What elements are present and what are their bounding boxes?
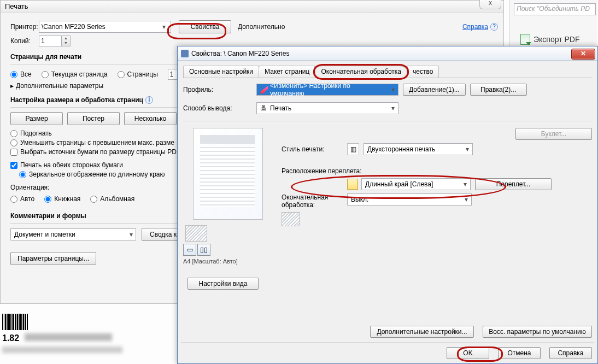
- properties-titlebar[interactable]: Свойства: \ Canon MF220 Series ✕: [178, 46, 597, 61]
- finishing-dropdown[interactable]: Выкл.: [347, 193, 472, 206]
- info-icon: i: [145, 96, 153, 104]
- pages-all-radio[interactable]: Все: [10, 71, 32, 78]
- orient-landscape-radio[interactable]: Альбомная: [90, 195, 134, 203]
- printer-select-value: \Canon MF220 Series: [42, 23, 105, 31]
- help-icon: ?: [490, 23, 498, 31]
- pencil-icon: [260, 86, 268, 93]
- printer-properties-dialog: Свойства: \ Canon MF220 Series ✕ Основны…: [177, 46, 598, 364]
- finishing-label: Окончательная обработка:: [282, 193, 347, 209]
- duplex-icon: ▥: [347, 143, 359, 155]
- booklet-button[interactable]: Буклет...: [515, 128, 592, 140]
- print-dialog-title: Печать: [1, 1, 503, 13]
- preview-caption: A4 [Масштаб: Авто]: [183, 258, 273, 265]
- properties-button[interactable]: Свойства: [179, 20, 231, 33]
- search-input[interactable]: Поиск "Объединить PD: [514, 3, 596, 15]
- close-button[interactable]: ✕: [571, 49, 595, 60]
- output-label: Способ вывода:: [183, 104, 256, 112]
- page-preview-icon: [193, 128, 263, 220]
- binding-dropdown[interactable]: Длинный край [Слева]: [361, 178, 471, 190]
- multiple-button[interactable]: Несколько: [124, 112, 177, 125]
- add-profile-button[interactable]: Добавление(1)...: [403, 84, 466, 96]
- profile-dropdown[interactable]: <Изменить> Настройки по умолчанию: [256, 84, 398, 96]
- properties-title-text: Свойства: \ Canon MF220 Series: [191, 50, 289, 57]
- size-button[interactable]: Размер: [10, 112, 63, 125]
- edit-profile-button[interactable]: Правка(2)...: [470, 84, 527, 96]
- output-stack-icon: [282, 212, 300, 226]
- profile-label: Профиль:: [183, 86, 256, 93]
- binding-label: Расположение переплета:: [282, 167, 592, 175]
- printer-select[interactable]: \Canon MF220 Series ▾: [39, 21, 171, 33]
- page-preview-panel: ▭ ▯▯ A4 [Масштаб: Авто]: [183, 128, 273, 265]
- page-stack-icon: [185, 225, 207, 242]
- print-style-dropdown[interactable]: Двухсторонняя печать: [364, 143, 473, 155]
- view-settings-button[interactable]: Настройки вида: [187, 278, 259, 290]
- ok-button[interactable]: OK: [447, 347, 489, 359]
- zoom-value: 1.82: [2, 333, 19, 343]
- printer-small-icon: 🖶: [260, 104, 267, 112]
- copies-spinner[interactable]: ▲▼: [62, 36, 71, 46]
- pages-current-radio[interactable]: Текущая страница: [42, 71, 108, 78]
- poster-button[interactable]: Постер: [67, 112, 120, 125]
- advanced-settings-button[interactable]: Дополнительные настройки...: [370, 326, 474, 338]
- tab-quality[interactable]: чество: [407, 66, 439, 78]
- restore-defaults-button[interactable]: Восс. параметры по умолчанию: [483, 326, 592, 338]
- tab-finishing[interactable]: Окончательная обработка: [315, 66, 407, 78]
- comments-dropdown[interactable]: Документ и пометки: [10, 228, 136, 240]
- binding-icon: [347, 179, 358, 190]
- orient-portrait-radio[interactable]: Книжная: [44, 195, 80, 203]
- orient-auto-radio[interactable]: Авто: [10, 195, 34, 203]
- help-button[interactable]: Справка: [549, 347, 592, 359]
- page-setup-button[interactable]: Параметры страницы...: [10, 252, 96, 265]
- tab-basic[interactable]: Основные настройки: [183, 66, 259, 78]
- output-dropdown[interactable]: 🖶 Печать: [256, 102, 398, 114]
- tab-layout[interactable]: Макет страниц: [259, 66, 315, 78]
- printer-label: Принтер:: [10, 23, 39, 31]
- print-dialog-close-button[interactable]: x: [479, 0, 501, 9]
- export-pdf-item[interactable]: Экспорт PDF: [520, 34, 580, 45]
- printer-icon: [181, 50, 189, 57]
- barcode-area: 1.82: [2, 314, 122, 355]
- view-single-button[interactable]: ▭: [183, 244, 196, 256]
- help-link[interactable]: Справка: [462, 23, 488, 31]
- cancel-button[interactable]: Отмена: [498, 347, 541, 359]
- advanced-link[interactable]: Дополнительно: [238, 23, 285, 31]
- properties-tabs: Основные настройки Макет страниц Окончат…: [183, 65, 592, 78]
- copies-label: Копий:: [10, 37, 39, 45]
- copies-input[interactable]: [39, 36, 62, 46]
- chevron-down-icon: ▾: [160, 23, 168, 31]
- print-style-label: Стиль печати:: [282, 145, 347, 153]
- view-spread-button[interactable]: ▯▯: [197, 244, 210, 256]
- pages-range-radio[interactable]: Страницы: [118, 71, 158, 78]
- export-pdf-icon: [520, 34, 530, 45]
- binding-button[interactable]: Переплет...: [475, 178, 552, 190]
